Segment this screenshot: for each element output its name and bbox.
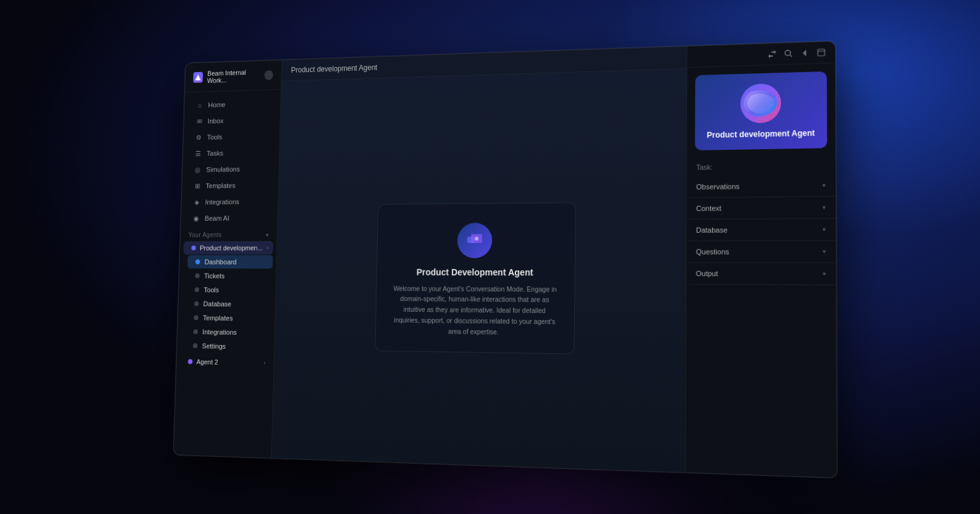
- questions-chevron: ▾: [822, 248, 826, 255]
- brand-name: Beam Internal Work...: [207, 68, 265, 84]
- sub-nav-item-tickets[interactable]: Tickets: [187, 269, 272, 283]
- sub-nav-item-database[interactable]: Database: [186, 297, 272, 311]
- back-icon[interactable]: [799, 48, 810, 59]
- sidebar-item-label: Simulations: [206, 165, 240, 173]
- sidebar-item-label: Beam AI: [205, 214, 230, 222]
- output-label: Output: [696, 270, 718, 278]
- profile-name: Product development Agent: [706, 128, 816, 140]
- sub-nav-label: Tools: [204, 286, 219, 294]
- database-label: Database: [696, 226, 727, 234]
- svg-line-4: [790, 55, 792, 57]
- sub-nav-item-tools[interactable]: Tools: [186, 283, 272, 297]
- sidebar-item-templates[interactable]: ⊞ Templates: [185, 177, 275, 194]
- context-label: Context: [696, 204, 722, 212]
- sub-nav-item-templates[interactable]: Templates: [186, 311, 271, 326]
- agent-item-2[interactable]: Agent 2 ›: [180, 355, 271, 370]
- main-body: Product Development Agent Welcome to you…: [272, 69, 687, 472]
- blob-shape: [743, 90, 777, 117]
- sidebar-toggle[interactable]: [264, 70, 273, 80]
- settings-dot: [193, 343, 197, 348]
- share-icon[interactable]: [767, 48, 778, 59]
- dashboard-dot: [195, 260, 200, 265]
- questions-label: Questions: [696, 247, 729, 255]
- output-header[interactable]: Output ▾: [687, 263, 836, 284]
- tickets-dot: [195, 274, 200, 279]
- templates-dot: [194, 315, 198, 320]
- agent-dot-product: [191, 246, 196, 251]
- panel-section-questions: Questions ▾: [687, 241, 836, 263]
- sub-nav-label: Database: [203, 300, 231, 308]
- templates-icon: ⊞: [193, 182, 202, 190]
- panel-section-context: Context ▾: [687, 196, 835, 219]
- right-panel: Product development Agent Task: Observat…: [685, 41, 837, 478]
- context-chevron: ▾: [822, 204, 826, 211]
- sub-nav-label: Tickets: [204, 272, 225, 280]
- section-chevron: ▾: [265, 231, 269, 238]
- database-dot: [194, 301, 198, 306]
- sidebar-brand: Beam Internal Work...: [193, 68, 265, 85]
- home-icon: ⌂: [196, 101, 204, 109]
- sub-nav-label: Integrations: [202, 328, 237, 336]
- panel-section-output: Output ▾: [687, 263, 836, 285]
- database-header[interactable]: Database ▾: [687, 219, 836, 240]
- sidebar-item-tasks[interactable]: ☰ Tasks: [186, 144, 276, 161]
- context-header[interactable]: Context ▾: [687, 196, 835, 219]
- panel-section-database: Database ▾: [687, 219, 836, 241]
- agent-2-chevron: ›: [264, 360, 265, 366]
- sidebar-item-inbox[interactable]: ✉ Inbox: [187, 112, 276, 129]
- database-chevron: ▾: [822, 226, 826, 233]
- sidebar-item-label: Tools: [207, 133, 222, 141]
- agent-avatar: [457, 223, 492, 258]
- brand-icon: [193, 72, 203, 83]
- sub-nav-label: Templates: [203, 314, 233, 322]
- sub-nav-product-dev: Dashboard Tickets Tools Database: [181, 255, 276, 354]
- sub-nav-label: Dashboard: [204, 258, 237, 265]
- sidebar-item-label: Inbox: [207, 117, 223, 125]
- sidebar-item-simulations[interactable]: ◎ Simulations: [186, 161, 276, 178]
- beam-ai-icon: ◉: [192, 214, 200, 223]
- task-label: Task:: [687, 156, 836, 174]
- integrations-dot: [193, 329, 198, 334]
- agent-dot-2: [188, 359, 192, 364]
- expand-icon[interactable]: [816, 47, 827, 58]
- agent-name-2: Agent 2: [197, 358, 218, 365]
- sidebar-nav: ⌂ Home ✉ Inbox ⚙ Tools ☰ Tasks ◎ Simul: [174, 90, 281, 458]
- laptop-container: Beam Internal Work... ⌂ Home ✉ Inbox ⚙ T…: [173, 41, 837, 478]
- sub-nav-item-dashboard[interactable]: Dashboard: [188, 255, 273, 268]
- inbox-icon: ✉: [195, 117, 204, 125]
- agent-profile-card: Product development Agent: [695, 71, 827, 151]
- sub-nav-item-settings[interactable]: Settings: [185, 339, 271, 353]
- app-window: Beam Internal Work... ⌂ Home ✉ Inbox ⚙ T…: [173, 41, 837, 478]
- questions-header[interactable]: Questions ▾: [687, 241, 836, 263]
- simulations-icon: ◎: [194, 165, 202, 173]
- observations-header[interactable]: Observations ▾: [687, 175, 835, 198]
- tools-icon: ⚙: [195, 133, 203, 142]
- sub-nav-item-integrations[interactable]: Integrations: [185, 325, 271, 339]
- output-chevron: ▾: [822, 270, 826, 277]
- agent-item-product-dev[interactable]: Product developmen... ›: [183, 241, 273, 254]
- panel-section-observations: Observations ▾: [687, 175, 835, 198]
- sidebar-item-beam-ai[interactable]: ◉ Beam AI: [184, 210, 274, 226]
- main-content: Product development Agent Product Develo…: [272, 47, 687, 473]
- right-panel-sections: Observations ▾ Context ▾ Database ▾: [686, 172, 837, 478]
- agent-name: Product developmen...: [200, 244, 263, 252]
- sidebar-item-integrations[interactable]: ◈ Integrations: [184, 193, 274, 210]
- observations-label: Observations: [696, 182, 739, 191]
- sidebar-item-label: Integrations: [205, 198, 239, 206]
- search-icon[interactable]: [783, 48, 794, 59]
- svg-point-3: [785, 50, 791, 55]
- sidebar: Beam Internal Work... ⌂ Home ✉ Inbox ⚙ T…: [174, 61, 282, 459]
- sidebar-item-home[interactable]: ⌂ Home: [188, 95, 277, 113]
- integrations-icon: ◈: [193, 198, 201, 206]
- sidebar-item-label: Home: [208, 101, 225, 108]
- page-title: Product development Agent: [291, 63, 378, 75]
- profile-avatar: [740, 83, 781, 123]
- sidebar-item-label: Tasks: [207, 149, 223, 157]
- agent-card: Product Development Agent Welcome to you…: [375, 202, 575, 355]
- tasks-icon: ☰: [194, 149, 202, 158]
- agents-section-label: Your Agents ▾: [181, 226, 278, 241]
- agent-expand-chevron: ›: [267, 245, 269, 251]
- sidebar-item-tools[interactable]: ⚙ Tools: [187, 128, 276, 145]
- tools-dot: [195, 288, 199, 293]
- sidebar-header: Beam Internal Work...: [185, 61, 281, 93]
